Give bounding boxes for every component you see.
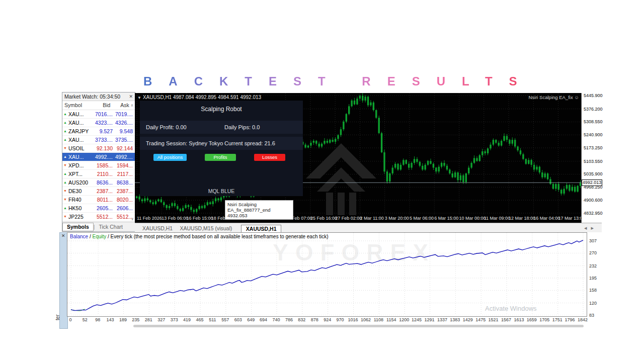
all-positions-button[interactable]: All positions — [153, 154, 187, 161]
market-watch-row[interactable]: ▲XAU...7016....7019.... — [62, 110, 135, 119]
up-arrow-icon: ▲ — [62, 204, 68, 212]
equity-y-label: 195 — [589, 276, 597, 281]
column-bid[interactable]: Bid — [92, 101, 110, 110]
market-watch-row[interactable]: ▲XPT...2110...2117... — [62, 170, 135, 178]
daily-profit-label: Daily Profit: 0.00 — [146, 121, 187, 134]
time-axis-label: 6 Mar 15:00 — [434, 216, 458, 221]
equity-curve — [67, 233, 586, 315]
scroll-down-icon[interactable]: ∨ — [131, 217, 134, 221]
time-axis-label: 10 Mar 00:00 — [459, 216, 486, 221]
column-ask[interactable]: Ask — [110, 101, 129, 110]
equity-x-label: 1383 — [450, 317, 460, 322]
equity-x-label: 1429 — [463, 317, 473, 322]
equity-x-label: 786 — [285, 317, 293, 322]
current-spread-label: Current spread: 21.6 — [224, 137, 275, 150]
market-watch-tab-symbols[interactable]: Symbols — [62, 223, 94, 231]
market-watch-row[interactable]: ▼XPD...1585...1594... — [62, 161, 135, 170]
scroll-right-icon[interactable]: ▸ — [591, 225, 598, 231]
horizontal-scrollbar[interactable] — [133, 325, 584, 327]
price-axis-label: 5308.550 — [584, 119, 603, 124]
market-watch-row[interactable]: ▲XAU...3733....3735.... — [62, 136, 135, 144]
equity-x-label: 98 — [95, 317, 100, 322]
ask-value: 7019.... — [113, 110, 133, 118]
scroll-left-icon[interactable]: ◂ — [584, 225, 591, 231]
profits-button[interactable]: Profits — [205, 154, 236, 161]
time-axis-label: 12 Mar 18:00 — [509, 216, 535, 221]
symbol-name: FR40 — [68, 196, 93, 204]
market-watch-row[interactable]: ▲HK502605...2606... — [62, 204, 135, 213]
equity-x-label: 1200 — [399, 317, 409, 322]
losses-button[interactable]: Losses — [254, 154, 285, 161]
bid-value: 8636... — [93, 178, 113, 187]
market-watch-row[interactable]: ▼JP2255512...5512... — [62, 213, 135, 221]
price-axis-label: 5240.900 — [584, 132, 603, 137]
equity-y-label: 232 — [589, 263, 597, 268]
equity-x-label: 970 — [337, 317, 344, 322]
chart-tab-bar: ◂▸ XAUUSD,H1|XAUUSD,M15 (visual)XAUUSD,H… — [135, 223, 602, 233]
symbol-name: XAU... — [68, 110, 93, 118]
equity-x-label: 1567 — [501, 317, 511, 322]
equity-x-label: 1062 — [361, 317, 371, 322]
symbol-name: ZARJPY — [68, 127, 93, 135]
object-tooltip: Nsiri Scalping EA_fix_888777_end 4932.05… — [225, 200, 293, 220]
market-watch-row[interactable]: ▲XAU...4323....4326.... — [62, 119, 135, 127]
chart-ohlc-header: ▼XAUUSD,H1 4987.084 4992.895 4984.591 49… — [137, 95, 261, 100]
equity-x-label: 1291 — [424, 317, 434, 322]
scroll-up-icon[interactable]: ∧ — [129, 101, 135, 110]
equity-x-label: 1016 — [348, 317, 358, 322]
price-axis[interactable]: 5445.9005376.2005308.5505240.9005173.250… — [581, 93, 602, 223]
bid-value: 9.527 — [93, 127, 113, 135]
smiley-icon[interactable]: ☺ — [574, 95, 579, 100]
equity-y-label: 270 — [589, 250, 597, 255]
up-arrow-icon: ▲ — [62, 110, 68, 118]
market-watch-row[interactable]: ▲ZARJPY9.5279.548 — [62, 127, 135, 136]
equity-x-label: 878 — [311, 317, 318, 322]
equity-x-label: 1475 — [475, 317, 486, 322]
equity-x-label: 1521 — [489, 317, 499, 322]
market-watch-rows: ▲XAU...7016....7019....▲XAU...4323....43… — [62, 110, 135, 230]
price-chart-panel: ▼XAUUSD,H1 4987.084 4992.895 4984.591 49… — [135, 93, 581, 223]
market-watch-tabs: Symbols|Tick Chart — [62, 222, 135, 231]
market-watch-tab-tick-chart[interactable]: Tick Chart — [95, 224, 127, 230]
chevron-down-icon: ▼ — [137, 96, 141, 100]
close-icon[interactable]: ✕ — [129, 93, 133, 101]
down-arrow-icon: ▼ — [62, 213, 68, 221]
bid-value: 2387... — [93, 187, 113, 195]
market-watch-row[interactable]: ▼DE302387...2387... — [62, 187, 135, 196]
ask-value: 2606... — [113, 204, 133, 212]
market-watch-row[interactable]: ▼USOIL92.13092.144 — [62, 144, 135, 153]
up-arrow-icon: ▲ — [62, 119, 68, 127]
equity-x-label: 143 — [107, 317, 114, 322]
up-arrow-icon: ▲ — [62, 127, 68, 135]
equity-x-label: 1796 — [565, 317, 575, 322]
equity-x-label: 1108 — [374, 317, 383, 322]
equity-y-label: 158 — [589, 288, 597, 293]
chart-tab-2[interactable]: XAUUSD,M15 (visual) — [175, 225, 236, 232]
ask-value: 4326.... — [113, 119, 133, 127]
tester-vertical-label: ter — [55, 314, 60, 320]
column-symbol[interactable]: Symbol — [62, 101, 92, 110]
symbol-name: AUS200 — [68, 178, 93, 187]
market-watch-row[interactable]: ▲AUS2008636...8638... — [62, 178, 135, 187]
ask-value: 8638... — [113, 178, 133, 187]
close-icon[interactable]: ✕ — [61, 233, 65, 238]
price-axis-label: 5103.550 — [584, 159, 603, 164]
price-axis-label: 5445.900 — [584, 93, 603, 98]
down-arrow-icon: ▼ — [62, 196, 68, 204]
symbol-name: XAU... — [68, 153, 93, 161]
market-watch-row[interactable]: ▲XAU...4992....4992.... — [62, 153, 135, 161]
equity-chart-plot[interactable]: YOFOREX Balance / Equity / Every tick (t… — [67, 232, 587, 317]
equity-x-label: 281 — [145, 317, 152, 322]
chart-tab-1[interactable]: XAUUSD,H1 — [138, 225, 177, 232]
bid-value: 1585... — [93, 161, 113, 169]
ask-value: 2117... — [113, 170, 133, 178]
equity-y-label: 83 — [589, 313, 594, 318]
market-watch-row[interactable]: ▼FR408011...8020... — [62, 196, 135, 204]
symbol-name: XAU... — [68, 136, 93, 144]
market-watch-header: Symbol Bid Ask ∧ — [62, 101, 135, 110]
price-axis-label: 4832.950 — [584, 211, 603, 216]
ea-panel-title: Scalping Robot — [140, 106, 303, 113]
down-arrow-icon: ▼ — [62, 161, 68, 169]
tester-panel: ✕ ter YOFOREX Balance / Equity / Every t… — [59, 232, 602, 328]
equity-x-label: 189 — [119, 317, 127, 322]
